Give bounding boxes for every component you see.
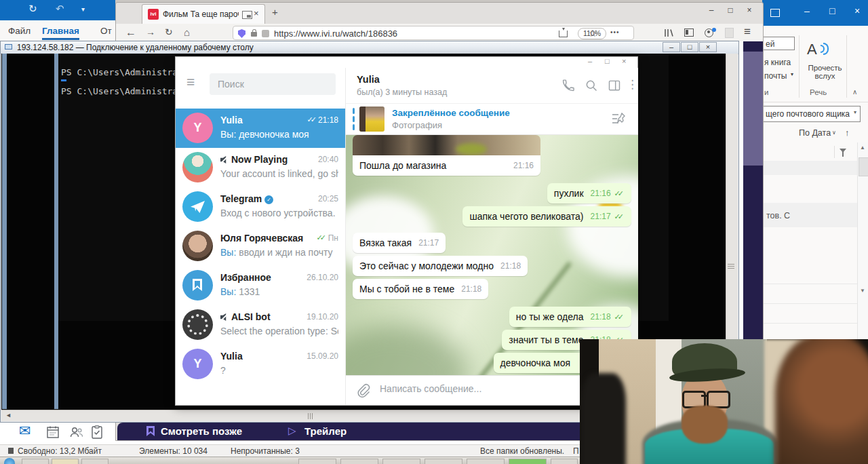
bookmark-star-icon[interactable]: ☆ xyxy=(589,28,597,39)
library-icon[interactable] xyxy=(664,28,674,38)
chat-row-saved-messages[interactable]: Избранное 26.10.20 Вы: 1331 xyxy=(176,266,345,305)
ribbon-collapse-icon[interactable]: ∧ xyxy=(852,88,857,96)
taskbar-button[interactable] xyxy=(81,459,108,464)
people-nav-icon[interactable] xyxy=(69,425,84,439)
taskbar-button[interactable] xyxy=(425,459,462,464)
message-input[interactable] xyxy=(378,383,585,395)
search-scope-dropdown[interactable]: щего почтового ящика ▾ xyxy=(762,106,861,122)
taskbar-button[interactable] xyxy=(382,459,420,464)
unpin-icon[interactable] xyxy=(612,113,627,125)
account-icon[interactable] xyxy=(705,28,713,37)
new-tab-button[interactable]: + xyxy=(272,6,278,18)
filter-funnel-icon[interactable] xyxy=(840,149,846,153)
mail-list-scrollbar[interactable]: ▲ ▼ xyxy=(857,142,868,341)
chat-header[interactable]: Yulia был(а) 3 минуты назад ⋮ xyxy=(346,68,638,103)
tab-send[interactable]: От xyxy=(100,26,112,36)
message-in[interactable]: Пошла до магазина21:16 xyxy=(353,135,631,176)
sort-by-date[interactable]: По Дата xyxy=(799,128,831,138)
rdp-minimize-button[interactable]: – xyxy=(663,42,680,52)
trailer-button[interactable]: Трейлер xyxy=(304,425,347,437)
taskbar-button[interactable] xyxy=(467,459,505,464)
chat-row-now-playing[interactable]: Now Playing 20:40 Your account is linked… xyxy=(176,148,345,187)
scrollbar-thumb[interactable] xyxy=(859,157,868,176)
telegram-maximize-button[interactable]: □ xyxy=(605,57,610,65)
rdp-close-button[interactable]: × xyxy=(699,42,717,52)
url-text[interactable]: https://www.ivi.ru/watch/186836 xyxy=(274,28,572,39)
calendar-nav-icon[interactable] xyxy=(46,425,60,439)
start-button[interactable] xyxy=(4,458,15,464)
read-aloud-icon[interactable]: A xyxy=(807,39,827,60)
taskbar-button[interactable] xyxy=(551,459,578,464)
menu-icon[interactable]: ≡ xyxy=(744,25,751,39)
home-button[interactable]: ⌂ xyxy=(184,26,190,38)
tasks-nav-icon[interactable] xyxy=(91,425,103,439)
page-actions-icon[interactable]: ••• xyxy=(610,28,620,36)
rdp-titlebar[interactable]: 193.124.58.182 — Подключение к удаленном… xyxy=(1,41,738,54)
attach-icon[interactable] xyxy=(357,383,370,398)
page-scrollbar-thumb[interactable] xyxy=(743,52,763,166)
refresh-icon[interactable]: ↻ xyxy=(28,3,37,15)
reload-button[interactable]: ↻ xyxy=(165,26,173,37)
message-out[interactable]: но ты же одела21:18✓✓ xyxy=(353,307,631,327)
telegram-minimize-button[interactable]: – xyxy=(588,57,592,65)
address-book-label[interactable]: я книга xyxy=(764,58,791,67)
read-aloud-label[interactable]: Прочесть вслух xyxy=(789,64,861,80)
mail-filter-label[interactable]: почты xyxy=(764,71,787,81)
picture-in-picture-icon[interactable] xyxy=(242,11,252,19)
sidebar-icon[interactable] xyxy=(684,28,694,37)
scroll-up-icon[interactable]: ▲ xyxy=(860,144,865,151)
browser-close-button[interactable]: × xyxy=(741,5,757,17)
lock-icon[interactable] xyxy=(251,32,257,37)
sort-direction-icon[interactable]: ↑ xyxy=(845,128,850,138)
chat-row-yulya-goryachevskaya[interactable]: Юля Горячевская ✓✓ Пн Вы: вводи и жди на… xyxy=(176,227,345,266)
watch-later-button[interactable]: Смотреть позже xyxy=(161,425,242,437)
telegram-titlebar[interactable]: – □ × xyxy=(176,57,637,68)
taskbar-button[interactable] xyxy=(340,459,378,464)
pocket-icon[interactable] xyxy=(559,31,568,37)
taskbar-button[interactable] xyxy=(22,459,49,464)
browser-minimize-button[interactable]: – xyxy=(703,5,719,17)
taskbar-button[interactable] xyxy=(52,459,79,464)
quick-access-chevron-icon[interactable]: ▾ xyxy=(81,5,85,13)
back-button[interactable]: ← xyxy=(125,26,136,39)
photo-attachment[interactable] xyxy=(353,135,540,155)
search-icon[interactable] xyxy=(585,79,598,92)
chat-row-yulia[interactable]: Y Yulia ✓✓ 21:18 Вы: девчоночка моя xyxy=(176,109,345,148)
rdp-maximize-button[interactable]: □ xyxy=(681,42,698,52)
call-icon[interactable] xyxy=(561,79,575,92)
sidebar-toggle-icon[interactable] xyxy=(608,79,621,92)
message-in[interactable]: Мы с тобой не в теме21:18 xyxy=(353,279,631,299)
more-menu-icon[interactable]: ⋮ xyxy=(627,77,638,92)
telegram-close-button[interactable]: × xyxy=(622,57,626,65)
pinned-message-bar[interactable]: Закреплённое сообщение Фотография xyxy=(346,103,638,135)
taskbar-button[interactable] xyxy=(509,459,547,464)
scroll-left-icon[interactable]: ◄ xyxy=(5,412,12,419)
scrollbar-grip[interactable] xyxy=(728,263,734,269)
browser-maximize-button[interactable]: □ xyxy=(722,5,738,17)
chat-row-telegram[interactable]: Telegram✓ 20:25 Вход с нового устройства… xyxy=(176,187,345,227)
mail-row[interactable] xyxy=(762,161,857,175)
chat-row-alsi-bot[interactable]: ALSI bot 19.10.20 Select the operation t… xyxy=(176,305,345,345)
outlook-maximize-button[interactable]: □ xyxy=(829,5,835,16)
search-input[interactable] xyxy=(210,73,336,95)
message-out[interactable]: шапка чегото великовата)21:17✓✓ xyxy=(353,206,631,227)
tab-close-icon[interactable]: × xyxy=(254,8,259,18)
browser-tab[interactable]: ivi Фильм Та еще парочка (20 × xyxy=(142,4,265,24)
forward-button[interactable]: → xyxy=(146,26,155,37)
extension-page-icon[interactable] xyxy=(725,28,734,38)
scroll-down-icon[interactable]: ▼ xyxy=(860,288,865,294)
tracking-shield-icon[interactable] xyxy=(238,29,245,38)
outlook-minimize-button[interactable]: – xyxy=(804,5,810,16)
tab-file[interactable]: Файл xyxy=(8,26,31,36)
url-bar[interactable]: https://www.ivi.ru/watch/186836 110% •••… xyxy=(233,26,634,40)
scrollbar-grip[interactable] xyxy=(308,413,313,419)
video-player[interactable] xyxy=(580,339,868,464)
ribbon-text-field[interactable]: ей xyxy=(762,37,795,50)
tab-home[interactable]: Главная xyxy=(42,26,79,40)
chat-row-yulia-2[interactable]: Y Yulia 15.09.20 ? xyxy=(176,345,345,384)
outlook-close-button[interactable]: × xyxy=(854,5,860,16)
mail-nav-icon[interactable]: ✉ xyxy=(19,423,31,439)
message-in[interactable]: Это сейчас у молодежи модно21:18 xyxy=(353,256,631,276)
hamburger-menu-icon[interactable]: ≡ xyxy=(186,74,195,90)
undo-icon[interactable]: ↶ xyxy=(56,3,64,15)
